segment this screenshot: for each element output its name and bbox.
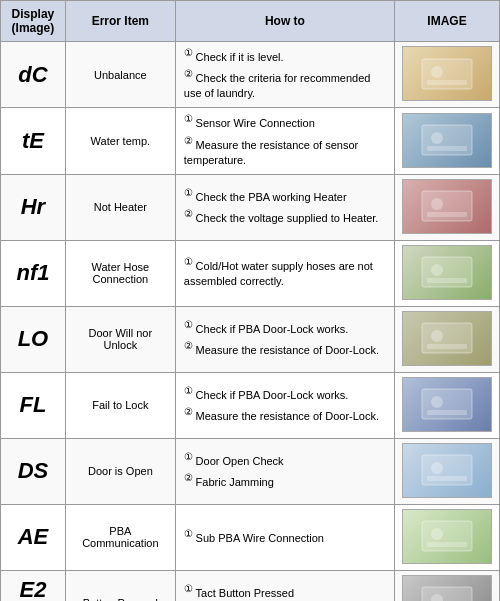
svg-point-6 xyxy=(431,132,443,144)
how-to: Cold/Hot water supply hoses are not asse… xyxy=(175,240,394,306)
svg-rect-23 xyxy=(427,410,467,415)
error-item: Button Pressed xyxy=(65,570,175,601)
svg-rect-31 xyxy=(427,542,467,547)
display-code: tE xyxy=(1,108,66,174)
table-row: AEPBA CommunicationSub PBA Wire Connecti… xyxy=(1,504,500,570)
error-item: Water Hose Connection xyxy=(65,240,175,306)
table-row: dCUnbalanceCheck if it is level.Check th… xyxy=(1,42,500,108)
display-code: AE xyxy=(1,504,66,570)
table-row: FLFail to LockCheck if PBA Door-Lock wor… xyxy=(1,372,500,438)
display-code: LO xyxy=(1,306,66,372)
how-to: Check if PBA Door-Lock works.Measure the… xyxy=(175,306,394,372)
display-code: nf1 xyxy=(1,240,66,306)
table-row: DSDoor is OpenDoor Open CheckFabric Jamm… xyxy=(1,438,500,504)
svg-point-14 xyxy=(431,264,443,276)
how-to: Tact Button PressedWire Connection xyxy=(175,570,394,601)
image-cell xyxy=(395,438,500,504)
svg-rect-3 xyxy=(427,80,467,85)
table-row: nf1Water Hose ConnectionCold/Hot water s… xyxy=(1,240,500,306)
header-error: Error Item xyxy=(65,1,175,42)
how-to: Check the PBA working HeaterCheck the vo… xyxy=(175,174,394,240)
display-code: DS xyxy=(1,438,66,504)
svg-point-26 xyxy=(431,462,443,474)
how-to: Door Open CheckFabric Jamming xyxy=(175,438,394,504)
how-to: Check if PBA Door-Lock works.Measure the… xyxy=(175,372,394,438)
image-cell xyxy=(395,108,500,174)
table-row: E2 /SFButton PressedTact Button PressedW… xyxy=(1,570,500,601)
error-item: Door Will nor Unlock xyxy=(65,306,175,372)
display-code: E2 /SF xyxy=(1,570,66,601)
how-to: Sensor Wire ConnectionMeasure the resist… xyxy=(175,108,394,174)
how-to: Sub PBA Wire Connection xyxy=(175,504,394,570)
header-display: Display (Image) xyxy=(1,1,66,42)
image-cell xyxy=(395,42,500,108)
table-row: LODoor Will nor UnlockCheck if PBA Door-… xyxy=(1,306,500,372)
display-code: FL xyxy=(1,372,66,438)
display-code: dC xyxy=(1,42,66,108)
svg-point-2 xyxy=(431,66,443,78)
image-cell xyxy=(395,504,500,570)
error-table: Display (Image) Error Item How to IMAGE … xyxy=(0,0,500,601)
svg-point-10 xyxy=(431,198,443,210)
table-row: tEWater temp.Sensor Wire ConnectionMeasu… xyxy=(1,108,500,174)
svg-rect-15 xyxy=(427,278,467,283)
image-cell xyxy=(395,174,500,240)
svg-point-30 xyxy=(431,528,443,540)
error-item: Not Heater xyxy=(65,174,175,240)
svg-rect-11 xyxy=(427,212,467,217)
svg-rect-27 xyxy=(427,476,467,481)
error-item: PBA Communication xyxy=(65,504,175,570)
image-cell xyxy=(395,306,500,372)
svg-rect-19 xyxy=(427,344,467,349)
header-howto: How to xyxy=(175,1,394,42)
error-item: Unbalance xyxy=(65,42,175,108)
table-row: HrNot HeaterCheck the PBA working Heater… xyxy=(1,174,500,240)
error-item: Fail to Lock xyxy=(65,372,175,438)
image-cell xyxy=(395,240,500,306)
svg-point-22 xyxy=(431,396,443,408)
image-cell xyxy=(395,372,500,438)
svg-rect-7 xyxy=(427,146,467,151)
image-cell xyxy=(395,570,500,601)
svg-point-18 xyxy=(431,330,443,342)
how-to: Check if it is level.Check the criteria … xyxy=(175,42,394,108)
display-code: Hr xyxy=(1,174,66,240)
header-image: IMAGE xyxy=(395,1,500,42)
error-item: Water temp. xyxy=(65,108,175,174)
error-item: Door is Open xyxy=(65,438,175,504)
svg-rect-33 xyxy=(422,587,472,601)
